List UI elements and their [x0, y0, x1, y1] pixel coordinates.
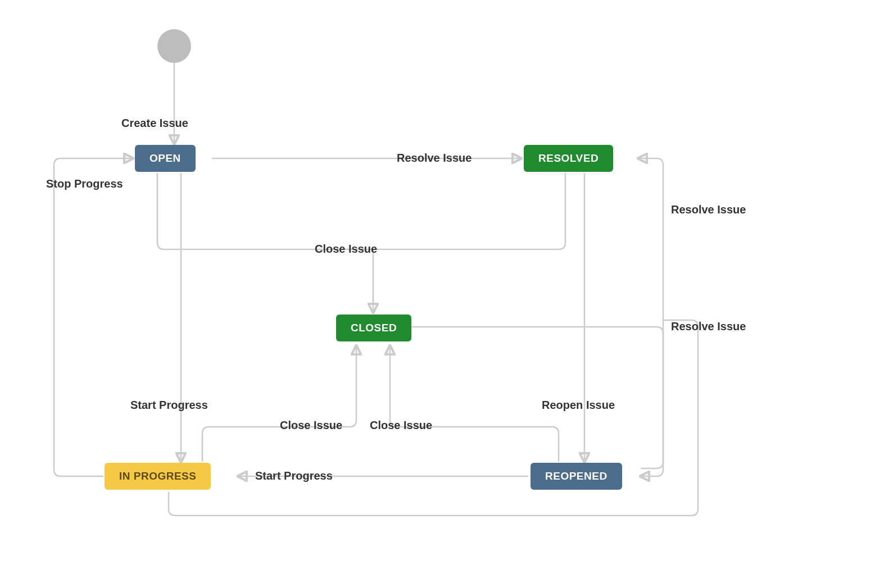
edge-reopen-issue: Reopen Issue [542, 399, 615, 412]
edge-close-issue-left: Close Issue [280, 419, 342, 432]
edge-start-progress-horizontal: Start Progress [255, 470, 333, 482]
state-in-progress-label: IN PROGRESS [119, 470, 196, 482]
state-resolved-label: RESOLVED [538, 152, 599, 164]
edge-resolve-issue-right-top: Resolve Issue [671, 203, 746, 216]
state-open-label: OPEN [149, 152, 181, 164]
edge-resolve-issue-open-resolved: Resolve Issue [397, 152, 471, 165]
edge-stop-progress: Stop Progress [46, 177, 123, 190]
edge-create-issue: Create Issue [121, 117, 188, 130]
state-closed-label: CLOSED [351, 322, 397, 334]
edge-close-issue-right: Close Issue [370, 419, 432, 432]
edge-close-issue-top: Close Issue [315, 243, 377, 256]
state-closed: CLOSED [336, 314, 411, 341]
state-open: OPEN [135, 145, 196, 172]
edges-layer [0, 0, 875, 588]
edge-resolve-issue-right-mid: Resolve Issue [671, 320, 746, 333]
state-resolved: RESOLVED [524, 145, 613, 172]
state-reopened-label: REOPENED [545, 470, 607, 482]
workflow-diagram: OPEN RESOLVED CLOSED IN PROGRESS REOPENE… [0, 0, 875, 588]
edge-start-progress-vertical: Start Progress [130, 399, 208, 412]
start-node [157, 29, 191, 63]
state-reopened: REOPENED [531, 463, 622, 490]
state-in-progress: IN PROGRESS [105, 463, 211, 490]
